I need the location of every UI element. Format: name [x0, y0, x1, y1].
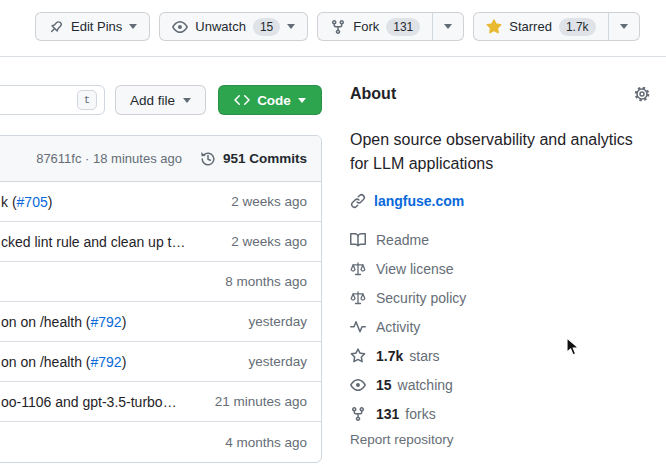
chevron-down-icon [620, 24, 628, 29]
code-button[interactable]: Code [218, 85, 322, 115]
commits-count: 951 Commits [223, 151, 307, 166]
pulse-icon [350, 319, 366, 335]
commit-date: 2 weeks ago [231, 234, 307, 249]
commit-message[interactable]: k (#705) [1, 194, 52, 210]
commit-date: yesterday [248, 354, 307, 369]
repo-action-bar: Edit Pins Unwatch 15 Fork 131 [35, 12, 640, 41]
file-row[interactable]: on on /health (#792) yesterday [0, 342, 321, 382]
fork-split-button: Fork 131 [317, 12, 464, 41]
file-row[interactable]: 8 months ago [0, 262, 321, 302]
fork-icon [350, 406, 366, 422]
website-url[interactable]: langfuse.com [374, 193, 464, 209]
add-file-label: Add file [130, 93, 175, 108]
latest-commit-bar: 87611fc · 18 minutes ago 951 Commits [0, 136, 321, 182]
commit-date: 8 months ago [225, 274, 307, 289]
commit-message[interactable]: on on /health (#792) [1, 314, 126, 330]
settings-button[interactable] [634, 86, 650, 102]
star-dropdown-button[interactable] [608, 13, 639, 40]
fork-button[interactable]: Fork 131 [318, 13, 432, 40]
chevron-down-icon [129, 24, 137, 29]
go-to-file-input[interactable]: t [0, 85, 105, 115]
commit-message[interactable]: oo-1106 and gpt-3.5-turbo… [1, 394, 177, 410]
about-title: About [350, 84, 396, 104]
file-row[interactable]: on on /health (#792) yesterday [0, 302, 321, 342]
security-policy-link[interactable]: Security policy [350, 283, 650, 312]
commit-date: 2 weeks ago [231, 194, 307, 209]
forks-count-badge: 131 [386, 18, 420, 36]
starred-button[interactable]: Starred 1.7k [474, 13, 607, 40]
about-sidebar: About Open source observability and anal… [350, 84, 650, 447]
commit-message[interactable]: cked lint rule and clean up t… [1, 234, 185, 250]
fork-label: Fork [353, 19, 379, 34]
add-file-button[interactable]: Add file [115, 85, 206, 115]
gear-icon [634, 86, 650, 102]
pin-icon [48, 19, 64, 35]
star-split-button: Starred 1.7k [473, 12, 639, 41]
law-icon [350, 261, 366, 277]
issue-link[interactable]: #705 [17, 194, 48, 210]
fork-dropdown-button[interactable] [432, 13, 463, 40]
commit-date: 4 months ago [225, 435, 307, 450]
commit-hash-time[interactable]: 87611fc · 18 minutes ago [36, 151, 182, 166]
code-label: Code [257, 93, 291, 108]
eye-icon [350, 377, 366, 393]
issue-link[interactable]: #792 [91, 314, 122, 330]
unwatch-label: Unwatch [195, 19, 246, 34]
view-license-link[interactable]: View license [350, 254, 650, 283]
header-divider [0, 56, 666, 57]
eye-icon [172, 19, 188, 35]
stars-link[interactable]: 1.7k stars [350, 341, 650, 370]
chevron-down-icon [444, 24, 452, 29]
history-icon [200, 151, 216, 167]
watchers-count-badge: 15 [253, 18, 280, 36]
commit-date: 21 minutes ago [215, 394, 307, 409]
commit-history-link[interactable]: 951 Commits [200, 151, 307, 167]
readme-link[interactable]: Readme [350, 225, 650, 254]
chevron-down-icon [298, 98, 306, 103]
activity-link[interactable]: Activity [350, 312, 650, 341]
github-repo-page: Edit Pins Unwatch 15 Fork 131 [0, 0, 666, 468]
edit-pins-button[interactable]: Edit Pins [35, 12, 150, 41]
fork-icon [330, 19, 346, 35]
watching-link[interactable]: 15 watching [350, 370, 650, 399]
issue-link[interactable]: #792 [91, 354, 122, 370]
website-link[interactable]: langfuse.com [350, 193, 650, 209]
goto-shortcut-key: t [77, 90, 97, 110]
commit-message[interactable]: on on /health (#792) [1, 354, 126, 370]
stars-count-badge: 1.7k [559, 18, 596, 36]
about-links-list: Readme View license Security policy Acti… [350, 225, 650, 428]
link-icon [350, 193, 366, 209]
star-fill-icon [486, 19, 502, 35]
report-repository-link[interactable]: Report repository [350, 432, 650, 447]
edit-pins-label: Edit Pins [71, 19, 122, 34]
chevron-down-icon [287, 24, 295, 29]
commit-date: yesterday [248, 314, 307, 329]
file-row[interactable]: oo-1106 and gpt-3.5-turbo… 21 minutes ag… [0, 382, 321, 422]
starred-label: Starred [509, 19, 552, 34]
chevron-down-icon [183, 98, 191, 103]
star-icon [350, 348, 366, 364]
forks-link[interactable]: 131 forks [350, 399, 650, 428]
file-row[interactable]: 4 months ago [0, 422, 321, 462]
book-icon [350, 232, 366, 248]
law-icon [350, 290, 366, 306]
file-table: 87611fc · 18 minutes ago 951 Commits k (… [0, 135, 322, 463]
unwatch-button[interactable]: Unwatch 15 [159, 12, 308, 41]
repo-description: Open source observability and analytics … [350, 128, 650, 176]
file-row[interactable]: cked lint rule and clean up t… 2 weeks a… [0, 222, 321, 262]
code-icon [234, 92, 250, 108]
file-row[interactable]: k (#705) 2 weeks ago [0, 182, 321, 222]
